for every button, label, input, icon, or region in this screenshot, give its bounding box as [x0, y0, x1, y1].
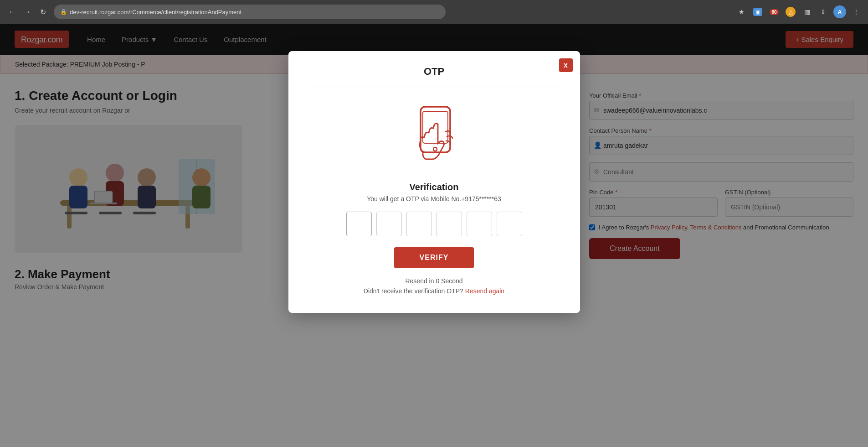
- extension-badge-3[interactable]: △: [784, 5, 797, 18]
- security-icon: 🔒: [60, 9, 67, 15]
- otp-digit-3[interactable]: [406, 212, 432, 236]
- otp-digit-2[interactable]: [376, 212, 402, 236]
- resend-info: Resend in 0 Second: [310, 277, 558, 285]
- verification-subtitle: You will get a OTP via Mobile No.+9175**…: [310, 195, 558, 203]
- svg-point-20: [433, 147, 437, 151]
- browser-actions: ★ ▣ 80 △ ▦ ⇓ A ⋮: [735, 5, 863, 18]
- extension-badge-1[interactable]: ▣: [751, 5, 764, 18]
- otp-inputs-row: [310, 212, 558, 236]
- svg-rect-18: [421, 107, 450, 152]
- page-background: Rozgar.com Home Products ▼ Contact Us Ou…: [0, 24, 868, 447]
- otp-digit-6[interactable]: [497, 212, 522, 236]
- back-button[interactable]: ←: [5, 5, 18, 18]
- otp-digit-5[interactable]: [467, 212, 492, 236]
- otp-digit-1[interactable]: [346, 212, 372, 236]
- browser-nav: ← → ↻: [5, 5, 49, 18]
- modal-backdrop: OTP x Verification You w: [0, 24, 868, 447]
- resend-again-link[interactable]: Resend again: [465, 287, 504, 295]
- extensions-button[interactable]: ▦: [801, 5, 813, 18]
- forward-button[interactable]: →: [21, 5, 34, 18]
- menu-button[interactable]: ⋮: [850, 5, 863, 18]
- address-bar[interactable]: 🔒 dev-recruit.rozgar.com/rCommerce/clien…: [54, 5, 446, 19]
- download-button[interactable]: ⇓: [817, 5, 830, 18]
- refresh-button[interactable]: ↻: [36, 5, 49, 18]
- modal-divider: [310, 87, 558, 87]
- svg-rect-19: [423, 111, 448, 143]
- browser-chrome: ← → ↻ 🔒 dev-recruit.rozgar.com/rCommerce…: [0, 0, 868, 24]
- phone-icon-area: [310, 100, 558, 173]
- verification-title: Verification: [310, 182, 558, 192]
- verify-button[interactable]: VERIFY: [394, 247, 474, 268]
- otp-digit-4[interactable]: [437, 212, 462, 236]
- resend-row: Didn't receive the verification OTP? Res…: [310, 287, 558, 295]
- modal-title: OTP: [310, 66, 558, 78]
- star-button[interactable]: ★: [735, 5, 748, 18]
- extension-badge-2[interactable]: 80: [768, 5, 781, 18]
- profile-avatar[interactable]: A: [833, 5, 846, 18]
- url-text: dev-recruit.rozgar.com/rCommerce/client/…: [70, 9, 241, 16]
- phone-hand-icon: [398, 100, 471, 173]
- resend-question-text: Didn't receive the verification OTP?: [364, 287, 463, 295]
- modal-close-button[interactable]: x: [559, 58, 573, 72]
- otp-modal: OTP x Verification You w: [288, 51, 580, 313]
